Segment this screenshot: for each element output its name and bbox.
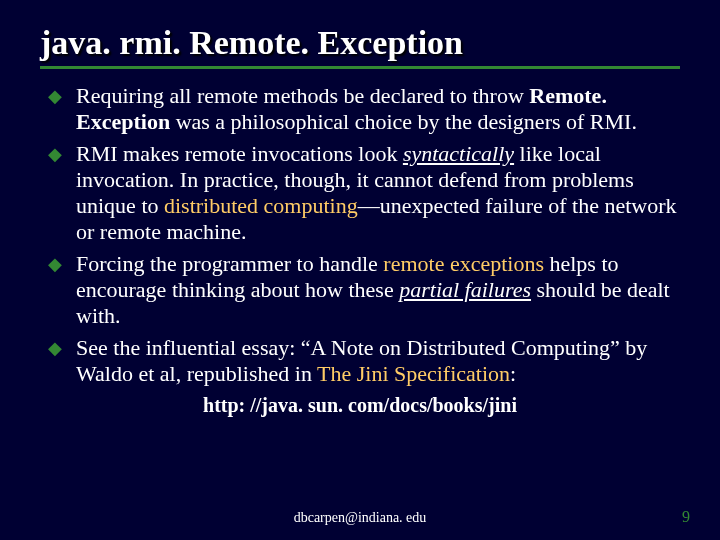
bullet-emph: syntactically — [403, 141, 514, 166]
title-rule — [40, 66, 680, 69]
bullet-text: Requiring all remote methods be declared… — [76, 83, 529, 108]
bullet-emph: partial failures — [399, 277, 531, 302]
footer-email: dbcarpen@indiana. edu — [0, 510, 720, 526]
page-title: java. rmi. Remote. Exception — [40, 24, 680, 62]
list-item: ◆ Requiring all remote methods be declar… — [48, 83, 680, 135]
bullet-emph: remote exceptions — [383, 251, 544, 276]
bullet-icon: ◆ — [48, 254, 62, 275]
bullet-icon: ◆ — [48, 144, 62, 165]
list-item: ◆ Forcing the programmer to handle remot… — [48, 251, 680, 329]
bullet-text: : — [510, 361, 516, 386]
bullet-text: was a philosophical choice by the design… — [170, 109, 637, 134]
list-item: ◆ RMI makes remote invocations look synt… — [48, 141, 680, 245]
slide: java. rmi. Remote. Exception ◆ Requiring… — [0, 0, 720, 540]
bullet-text: RMI makes remote invocations look — [76, 141, 403, 166]
list-item: ◆ See the influential essay: “A Note on … — [48, 335, 680, 387]
bullet-icon: ◆ — [48, 338, 62, 359]
bullet-list: ◆ Requiring all remote methods be declar… — [48, 83, 680, 386]
bullet-emph: The Jini Specification — [317, 361, 510, 386]
bullet-icon: ◆ — [48, 86, 62, 107]
reference-link: http: //java. sun. com/docs/books/jini — [40, 394, 680, 417]
bullet-text: Forcing the programmer to handle — [76, 251, 383, 276]
page-number: 9 — [682, 508, 690, 526]
bullet-emph: distributed computing — [164, 193, 358, 218]
